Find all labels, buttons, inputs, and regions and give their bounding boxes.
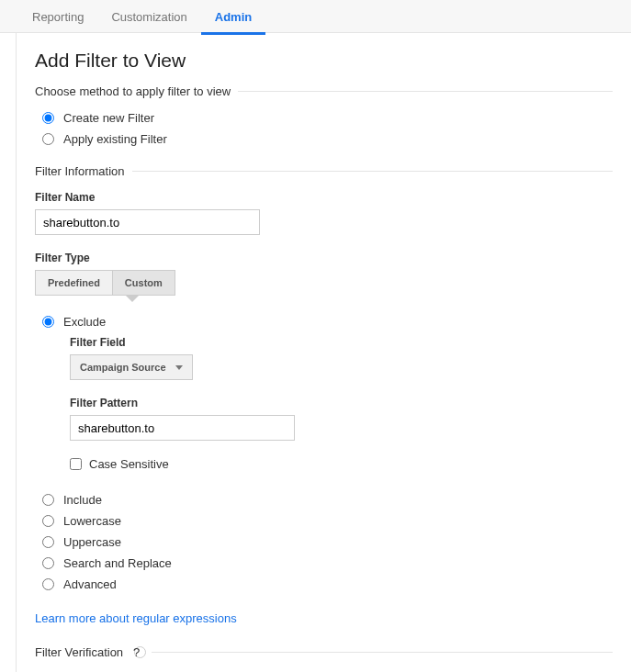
- radio-uppercase[interactable]: [42, 536, 54, 548]
- page-title: Add Filter to View: [35, 50, 613, 72]
- top-tabs: Reporting Customization Admin: [0, 0, 631, 33]
- radio-lowercase[interactable]: [42, 515, 54, 527]
- radio-search-replace[interactable]: [42, 557, 54, 569]
- radio-create-new[interactable]: [42, 112, 54, 124]
- label-create-new: Create new Filter: [63, 111, 154, 125]
- learn-more-link[interactable]: Learn more about regular expressions: [35, 611, 237, 625]
- label-include: Include: [63, 493, 102, 507]
- label-exclude: Exclude: [63, 315, 106, 329]
- chevron-down-icon: [175, 365, 183, 370]
- method-section-header: Choose method to apply filter to view: [35, 84, 613, 98]
- verification-section-header: Filter Verification ?: [35, 645, 613, 659]
- tab-admin[interactable]: Admin: [201, 0, 265, 35]
- filter-type-label: Filter Type: [35, 252, 613, 264]
- checkbox-case-sensitive[interactable]: [70, 458, 82, 470]
- filter-pattern-input[interactable]: [70, 415, 295, 441]
- label-case-sensitive: Case Sensitive: [89, 457, 169, 471]
- toggle-pointer-icon: [126, 296, 139, 302]
- filter-type-toggle: Predefined Custom: [35, 270, 175, 296]
- toggle-predefined[interactable]: Predefined: [36, 271, 113, 295]
- label-lowercase: Lowercase: [63, 514, 121, 528]
- tab-reporting[interactable]: Reporting: [18, 0, 97, 33]
- radio-exclude[interactable]: [42, 316, 54, 328]
- filter-name-label: Filter Name: [35, 191, 613, 204]
- label-apply-existing: Apply existing Filter: [63, 132, 167, 146]
- radio-apply-existing[interactable]: [42, 133, 54, 145]
- filter-field-label: Filter Field: [70, 336, 613, 349]
- label-uppercase: Uppercase: [63, 535, 121, 549]
- tab-customization[interactable]: Customization: [97, 0, 200, 33]
- left-rail: [0, 33, 17, 672]
- filter-field-dropdown[interactable]: Campaign Source: [70, 354, 193, 380]
- info-section-header: Filter Information: [35, 164, 613, 178]
- filter-name-input[interactable]: [35, 209, 260, 235]
- label-advanced: Advanced: [63, 577, 117, 591]
- label-search-replace: Search and Replace: [63, 556, 172, 570]
- help-icon[interactable]: ?: [134, 646, 146, 658]
- radio-advanced[interactable]: [42, 578, 54, 590]
- radio-include[interactable]: [42, 494, 54, 506]
- filter-pattern-label: Filter Pattern: [70, 397, 613, 409]
- toggle-custom[interactable]: Custom: [113, 271, 175, 295]
